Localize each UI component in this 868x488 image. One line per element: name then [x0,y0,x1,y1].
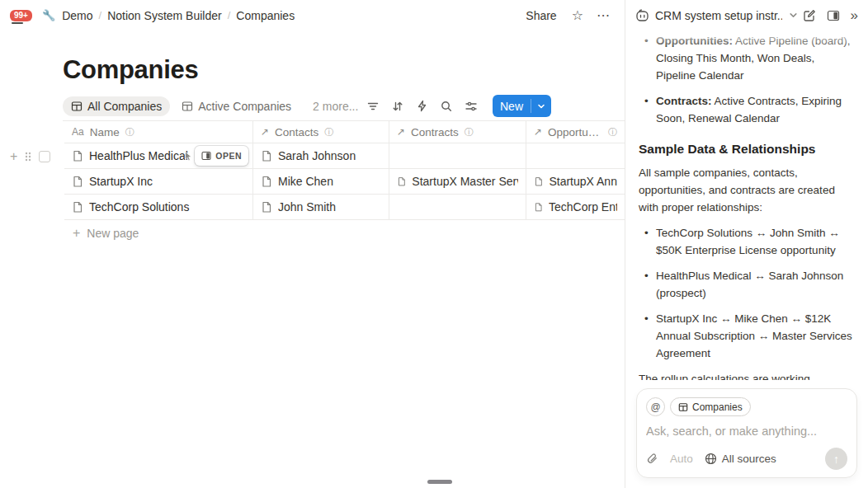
name-cell[interactable]: StartupX Inc [64,169,253,194]
view-toolbar: New [366,95,551,117]
relation-value[interactable]: John Smith [278,200,336,214]
share-button[interactable]: Share [521,7,561,24]
column-label: Name [90,126,120,138]
column-header-opportunities[interactable]: ↗ Opportunities ⓘ [526,121,625,143]
new-chat-icon[interactable] [803,9,816,22]
company-name[interactable]: HealthPlus Medical [89,149,188,162]
breadcrumb-separator: / [228,9,231,21]
new-button[interactable]: New [493,95,551,117]
tab-label: All Companies [87,100,162,113]
attachment-icon[interactable] [646,453,658,465]
relation-value[interactable]: StartupX Annual [549,175,617,188]
all-sources-label: All sources [722,453,776,465]
bottom-resize-handle[interactable] [427,480,452,484]
drag-handle-icon[interactable] [25,151,31,162]
list-item: TechCorp Solutions ↔ John Smith ↔ $50K E… [639,224,855,259]
relation-icon: ↗ [534,126,542,138]
table-header-row: Aa Name ⓘ ↗ Contacts ⓘ ↗ Contracts ⓘ ↗ O… [64,121,625,143]
list-item: StartupX Inc ↔ Mike Chen ↔ $12K Annual S… [639,310,855,362]
relation-value[interactable]: TechCorp Enterp [549,200,617,214]
chevron-down-icon[interactable] [789,11,798,20]
chat-composer[interactable]: @ Companies Auto All sources ↑ [636,388,857,478]
collapse-panel-icon[interactable]: » [851,7,858,24]
chat-title[interactable]: CRM system setup instr... [655,9,782,22]
open-button-label: OPEN [215,151,242,161]
column-header-contracts[interactable]: ↗ Contracts ⓘ [389,121,526,143]
mention-button[interactable]: @ [646,397,665,416]
plus-icon: + [73,227,80,240]
breadcrumb-demo[interactable]: Demo [62,9,92,22]
contracts-cell[interactable] [389,143,526,168]
opportunities-cell[interactable]: StartupX Annual [526,169,625,194]
column-header-contacts[interactable]: ↗ Contacts ⓘ [253,121,389,143]
view-tabs: All Companies Active Companies 2 more... [63,96,366,116]
contracts-cell[interactable]: StartupX Master Services [389,169,526,194]
breadcrumb-system-builder[interactable]: Notion System Builder [107,9,222,22]
opportunities-cell[interactable] [526,143,625,168]
list-item: Contracts: Active Contracts, Expiring So… [639,92,855,127]
name-cell[interactable]: HealthPlus Medical OPEN [64,143,253,168]
page-icon [72,176,83,188]
new-page-label: New page [87,227,139,240]
side-peek-icon[interactable] [827,9,840,22]
page-icon [534,176,543,188]
page-icon [397,176,406,188]
contracts-cell[interactable] [389,195,526,219]
page-icon [534,201,543,214]
tab-label: Active Companies [198,100,291,113]
contacts-cell[interactable]: Mike Chen [253,169,389,194]
panel-header-icons: » [803,7,858,24]
relation-icon: ↗ [397,126,405,138]
new-button-label: New [493,100,531,113]
table-row: TechCorp Solutions John Smith TechCorp E… [64,195,625,220]
favorite-star-icon[interactable]: ☆ [568,7,587,24]
relation-value[interactable]: StartupX Master Services [412,175,518,188]
table-view-icon [71,101,83,112]
column-header-name[interactable]: Aa Name ⓘ [64,121,253,143]
info-icon[interactable]: ⓘ [465,126,474,138]
top-bar: 99+ 🔧 Demo / Notion System Builder / Com… [0,0,625,30]
company-name[interactable]: StartupX Inc [89,175,153,188]
info-icon[interactable]: ⓘ [324,126,333,138]
new-page-button[interactable]: + New page [73,220,625,246]
context-chip-companies[interactable]: Companies [670,397,751,416]
chat-input[interactable] [646,425,847,438]
view-settings-icon[interactable] [465,100,478,113]
views-bullet-list: Opportunities: Active Pipeline (board), … [639,32,855,127]
chevron-down-icon[interactable] [531,102,551,110]
filter-icon[interactable] [366,100,380,113]
tab-all-companies[interactable]: All Companies [63,96,170,116]
column-label: Contacts [275,126,318,138]
contacts-cell[interactable]: Sarah Johnson [253,143,389,168]
closing-paragraph: The rollup calculations are working, sho… [639,370,855,380]
company-name[interactable]: TechCorp Solutions [89,200,189,214]
contacts-cell[interactable]: John Smith [253,195,389,219]
all-sources-button[interactable]: All sources [705,453,776,465]
more-views-button[interactable]: 2 more... [313,100,358,113]
name-cell[interactable]: TechCorp Solutions [64,195,253,219]
sort-icon[interactable] [391,100,404,113]
open-page-button[interactable]: OPEN [195,146,248,166]
view-bar: All Companies Active Companies 2 more... [63,92,625,121]
row-gutter: + [10,148,50,165]
search-icon[interactable] [440,100,453,113]
info-icon[interactable]: ⓘ [608,126,617,138]
section-heading: Sample Data & Relationships [639,140,855,157]
relation-value[interactable]: Mike Chen [278,175,333,188]
row-checkbox[interactable] [39,151,50,162]
page-icon [72,201,83,214]
relation-value[interactable]: Sarah Johnson [278,149,356,162]
more-options-icon[interactable]: ⋯ [593,7,613,24]
column-label: Contracts [411,126,459,138]
automation-lightning-icon[interactable] [416,100,428,112]
notification-badge[interactable]: 99+ [10,10,32,21]
opportunities-cell[interactable]: TechCorp Enterp [526,195,625,219]
table-view-icon [182,101,193,112]
add-row-icon[interactable]: + [10,150,17,163]
chat-message-area[interactable]: Opportunities: Active Pipeline (board), … [625,30,868,380]
breadcrumb-companies[interactable]: Companies [236,9,295,22]
auto-mode-label[interactable]: Auto [670,453,693,465]
tab-active-companies[interactable]: Active Companies [173,96,300,116]
send-button[interactable]: ↑ [825,448,847,470]
info-icon[interactable]: ⓘ [125,126,134,138]
